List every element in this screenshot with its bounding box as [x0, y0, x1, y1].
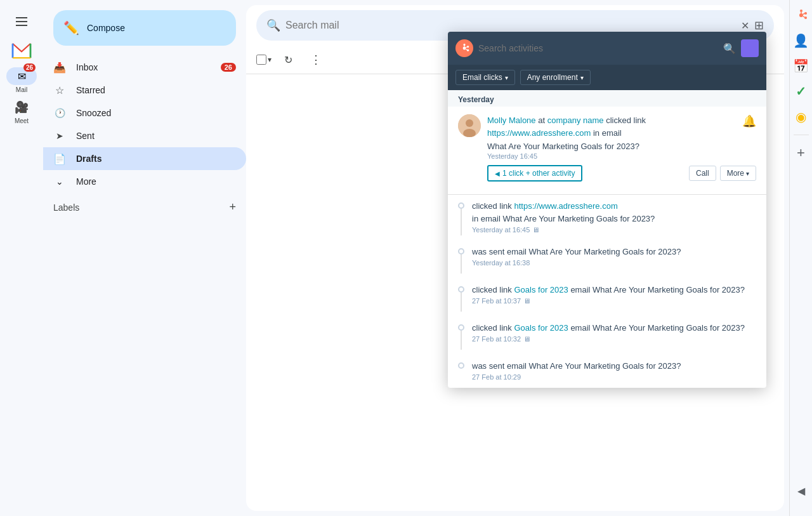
person-name-link[interactable]: Molly Malone — [487, 116, 536, 125]
sidebar-item-snoozed[interactable]: 🕐 Snoozed — [43, 102, 246, 124]
inbox-icon: 📥 — [53, 62, 66, 74]
hs-user-avatar[interactable] — [741, 39, 759, 57]
close-icon[interactable]: ✕ — [741, 20, 749, 32]
labels-add-button[interactable]: + — [229, 201, 236, 214]
more-label: More — [727, 169, 744, 178]
starred-label: Starred — [76, 85, 236, 95]
right-sidebar: 👤 📅 ✓ ◉ + ◀ — [789, 0, 812, 516]
sidebar-item-mail[interactable]: ✉ 26 Mail — [6, 67, 37, 93]
activity-link[interactable]: https://www.adresshere.com — [487, 128, 591, 138]
hs-search-input[interactable] — [478, 43, 718, 53]
more-button[interactable]: More ▾ — [720, 166, 756, 181]
svg-line-6 — [466, 49, 467, 50]
tasks-sidebar-icon[interactable]: ✓ — [791, 81, 811, 102]
svg-point-13 — [804, 17, 807, 19]
timeline-context: email What Are Your Marketing Goals for … — [570, 323, 745, 333]
refresh-button[interactable]: ↻ — [277, 48, 299, 71]
gmail-logo — [10, 42, 33, 60]
drafts-icon: 📄 — [53, 153, 66, 165]
timeline-item: was sent email What Are Your Marketing G… — [458, 360, 756, 383]
filter-icon[interactable]: ⊞ — [754, 18, 764, 32]
timeline-action: was sent email What Are Your Marketing G… — [472, 361, 681, 371]
add-apps-button[interactable]: + — [791, 143, 811, 163]
screen-icon: 🖥 — [523, 296, 530, 307]
star-icon: ☆ — [53, 84, 66, 96]
sent-icon: ➤ — [53, 131, 66, 141]
snooze-icon: 🕐 — [53, 108, 66, 118]
screen-icon: 🖥 — [532, 225, 539, 235]
call-label: Call — [696, 169, 709, 178]
timeline-dot — [458, 362, 464, 369]
more-expand-icon: ⌄ — [53, 176, 66, 187]
meet-label: Meet — [15, 117, 29, 124]
summary-chevron-icon: ◀ — [495, 170, 500, 177]
calendar-sidebar-icon[interactable]: 📅 — [791, 56, 811, 76]
timeline-item: clicked link https://www.adresshere.com … — [458, 200, 756, 235]
call-button[interactable]: Call — [689, 166, 716, 181]
activity-header: Molly Malone at company name clicked lin… — [458, 114, 756, 139]
timeline-link-goals1[interactable]: Goals for 2023 — [514, 285, 568, 294]
timeline-time: Yesterday at 16:38 — [472, 258, 756, 268]
keep-sidebar-icon[interactable]: ◉ — [791, 107, 811, 127]
checkbox-area[interactable]: ▾ — [256, 55, 272, 65]
hamburger-menu[interactable] — [6, 6, 37, 37]
email-subject: What Are Your Marketing Goals for 2023? — [458, 142, 756, 151]
timeline-item: was sent email What Are Your Marketing G… — [458, 246, 756, 274]
mail-badge: 26 — [23, 63, 36, 72]
sidebar-item-more[interactable]: ⌄ More — [43, 170, 246, 193]
timeline-time: 27 Feb at 10:32 🖥 — [472, 334, 756, 345]
svg-line-16 — [803, 17, 805, 18]
summary-label: 1 click + other activity — [502, 169, 575, 178]
sidebar-item-inbox[interactable]: 📥 Inbox 26 — [43, 56, 246, 79]
activity-text: Molly Malone at company name clicked lin… — [487, 114, 736, 139]
more-options-button[interactable]: ⋮ — [304, 48, 327, 71]
select-all-checkbox[interactable] — [256, 55, 266, 65]
timeline-time: 27 Feb at 10:29 — [472, 372, 756, 383]
timeline-item: clicked link Goals for 2023 email What A… — [458, 284, 756, 312]
activity-at: at — [538, 116, 547, 125]
svg-line-15 — [803, 13, 805, 15]
email-clicks-filter[interactable]: Email clicks ▾ — [455, 70, 515, 85]
summary-box[interactable]: ◀ 1 click + other activity — [487, 165, 582, 182]
company-name-link[interactable]: company name — [547, 116, 604, 125]
notification-bell-icon[interactable]: 🔔 — [742, 114, 756, 128]
more-label: More — [76, 176, 96, 187]
chevron-down-icon[interactable]: ▾ — [268, 55, 272, 64]
snoozed-label: Snoozed — [76, 108, 236, 118]
search-icon: 🔍 — [266, 18, 280, 32]
timeline-context: in email What Are Your Marketing Goals f… — [472, 214, 655, 223]
timeline-content: clicked link Goals for 2023 email What A… — [472, 284, 756, 312]
expand-panel-button[interactable]: ◀ — [791, 480, 811, 501]
svg-point-12 — [804, 12, 807, 15]
sidebar-item-starred[interactable]: ☆ Starred — [43, 79, 246, 102]
sidebar-divider — [794, 135, 809, 135]
more-chevron-icon: ▾ — [746, 170, 749, 177]
timeline-content: was sent email What Are Your Marketing G… — [472, 246, 756, 274]
sent-label: Sent — [76, 131, 236, 141]
hs-filters: Email clicks ▾ Any enrollment ▾ — [448, 65, 766, 90]
svg-point-0 — [463, 47, 466, 50]
contacts-sidebar-icon[interactable]: 👤 — [791, 30, 811, 51]
timeline-content: was sent email What Are Your Marketing G… — [472, 360, 756, 383]
email-clicks-label: Email clicks — [462, 73, 502, 82]
nav-list: 📥 Inbox 26 ☆ Starred 🕐 Snoozed ➤ Sent 📄 — [43, 56, 246, 193]
hs-sidebar-icon[interactable] — [791, 5, 811, 25]
sidebar-item-meet[interactable]: 🎥 Meet — [6, 98, 37, 124]
svg-point-3 — [467, 50, 469, 51]
hs-search-icon: 🔍 — [723, 43, 736, 55]
compose-button[interactable]: ✏️ Compose — [53, 10, 236, 46]
hs-header: 🔍 — [448, 32, 766, 65]
svg-line-5 — [466, 47, 467, 48]
sidebar-item-sent[interactable]: ➤ Sent — [43, 124, 246, 147]
timeline-link[interactable]: https://www.adresshere.com — [514, 201, 617, 211]
search-input[interactable] — [285, 20, 736, 31]
inbox-badge: 26 — [221, 63, 236, 72]
compose-label: Compose — [87, 23, 125, 33]
timeline-action: was sent email What Are Your Marketing G… — [472, 247, 681, 256]
sidebar-item-drafts[interactable]: 📄 Drafts — [43, 147, 246, 170]
timeline-link-goals2[interactable]: Goals for 2023 — [514, 323, 568, 333]
mail-label: Mail — [16, 86, 27, 93]
compose-icon: ✏️ — [63, 20, 79, 36]
labels-title: Labels — [53, 202, 79, 213]
any-enrollment-filter[interactable]: Any enrollment ▾ — [520, 70, 591, 85]
